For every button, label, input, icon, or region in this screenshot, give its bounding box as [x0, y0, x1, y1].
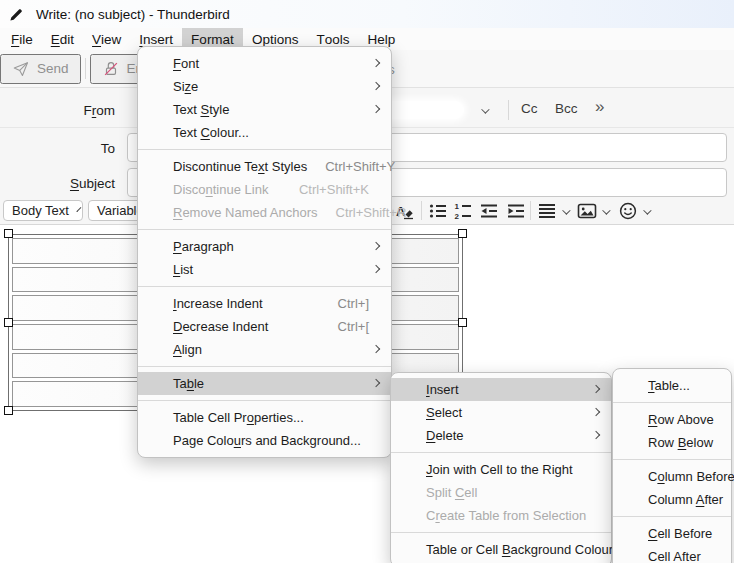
- menu-separator: [391, 452, 611, 453]
- format-menu: FontSizeText StyleText Colour...Disconti…: [137, 46, 392, 458]
- submenu-arrow-icon: [372, 345, 380, 353]
- menu-item-label: Table...: [648, 378, 690, 393]
- menu-item-insert[interactable]: Insert: [391, 378, 611, 401]
- menubar-item-file[interactable]: File: [2, 28, 42, 50]
- menu-item-table[interactable]: Table...: [613, 374, 731, 397]
- menu-item-list[interactable]: List: [138, 258, 391, 281]
- menu-item-align[interactable]: Align: [138, 338, 391, 361]
- table-resize-handle-top-right[interactable]: [458, 229, 467, 238]
- menu-item-discontinue-text-styles[interactable]: Discontinue Text StylesCtrl+Shift+Y: [138, 155, 391, 178]
- numbered-list-icon: 1 2: [453, 201, 473, 221]
- submenu-arrow-icon: [592, 408, 600, 416]
- menu-item-increase-indent[interactable]: Increase IndentCtrl+]: [138, 292, 391, 315]
- from-dropdown-chevron-icon[interactable]: [481, 105, 489, 113]
- menu-item-text-style[interactable]: Text Style: [138, 98, 391, 121]
- menu-item-cell-after[interactable]: Cell After: [613, 545, 731, 563]
- svg-text:1: 1: [455, 202, 460, 211]
- menu-item-row-below[interactable]: Row Below: [613, 431, 731, 454]
- table-resize-handle-top-left[interactable]: [4, 229, 13, 238]
- table-submenu: InsertSelectDeleteJoin with Cell to the …: [390, 372, 612, 563]
- smiley-chevron-icon[interactable]: [643, 206, 651, 214]
- menu-item-table-or-cell-background-colour[interactable]: Table or Cell Background Colour...: [391, 538, 611, 561]
- menu-item-discontinue-link[interactable]: Discontinue LinkCtrl+Shift+K: [138, 178, 391, 201]
- menu-item-label: Table: [173, 376, 204, 391]
- menu-separator: [138, 400, 391, 401]
- menu-item-label: Insert: [426, 382, 459, 397]
- subject-label: Subject: [0, 176, 115, 191]
- menu-item-decrease-indent[interactable]: Decrease IndentCtrl+[: [138, 315, 391, 338]
- submenu-arrow-icon: [372, 265, 380, 273]
- menu-item-label: Size: [173, 79, 198, 94]
- menu-item-label: Row Above: [648, 412, 714, 427]
- submenu-arrow-icon: [372, 59, 380, 67]
- align-chevron-icon[interactable]: [562, 206, 570, 214]
- menu-item-label: Discontinue Text Styles: [173, 159, 307, 174]
- align-button[interactable]: [536, 200, 558, 222]
- menu-item-label: Decrease Indent: [173, 319, 268, 334]
- table-resize-handle-middle-right[interactable]: [458, 318, 467, 327]
- format-separator: [421, 201, 422, 220]
- menu-item-label: Align: [173, 342, 202, 357]
- menubar-item-view[interactable]: View: [83, 28, 130, 50]
- table-resize-handle-middle-left[interactable]: [4, 318, 13, 327]
- menu-item-label: Cell Before: [648, 526, 712, 541]
- titlebar: Write: (no subject) - Thunderbird: [0, 0, 734, 28]
- menu-item-select[interactable]: Select: [391, 401, 611, 424]
- menu-separator: [613, 516, 731, 517]
- menu-item-join-with-cell-to-the-right[interactable]: Join with Cell to the Right: [391, 458, 611, 481]
- menu-item-text-colour[interactable]: Text Colour...: [138, 121, 391, 144]
- outdent-icon: [479, 201, 499, 221]
- menu-item-font[interactable]: Font: [138, 52, 391, 75]
- menu-item-split-cell[interactable]: Split Cell: [391, 481, 611, 504]
- menu-item-label: Delete: [426, 428, 464, 443]
- menu-item-shortcut: Ctrl+]: [320, 296, 369, 311]
- menu-item-label: Font: [173, 56, 199, 71]
- menu-separator: [391, 532, 611, 533]
- more-recipients-button[interactable]: »: [595, 97, 604, 117]
- menu-item-delete[interactable]: Delete: [391, 424, 611, 447]
- menu-item-column-after[interactable]: Column After: [613, 488, 731, 511]
- menu-item-cell-before[interactable]: Cell Before: [613, 522, 731, 545]
- image-chevron-icon[interactable]: [602, 206, 610, 214]
- menu-item-page-colours-and-background[interactable]: Page Colours and Background...: [138, 429, 391, 452]
- menu-item-label: Text Style: [173, 102, 229, 117]
- menu-item-shortcut: Ctrl+Shift+R: [318, 205, 407, 220]
- menu-item-table-cell-properties[interactable]: Table Cell Properties...: [138, 406, 391, 429]
- send-label: Send: [37, 61, 69, 76]
- menu-item-paragraph[interactable]: Paragraph: [138, 235, 391, 258]
- indent-button[interactable]: [505, 200, 527, 222]
- menu-separator: [138, 229, 391, 230]
- smiley-icon: [618, 201, 638, 221]
- align-icon: [537, 201, 557, 221]
- menu-item-label: Discontinue Link: [173, 182, 268, 197]
- menu-item-row-above[interactable]: Row Above: [613, 408, 731, 431]
- menubar-item-edit[interactable]: Edit: [42, 28, 83, 50]
- numbered-list-button[interactable]: 1 2: [452, 200, 474, 222]
- insert-image-button[interactable]: [576, 200, 598, 222]
- menu-item-size[interactable]: Size: [138, 75, 391, 98]
- menu-item-label: Join with Cell to the Right: [426, 462, 573, 477]
- bcc-button[interactable]: Bcc: [555, 101, 578, 116]
- outdent-button[interactable]: [478, 200, 500, 222]
- menu-item-label: Table or Cell Background Colour...: [426, 542, 623, 557]
- menu-item-remove-named-anchors[interactable]: Remove Named AnchorsCtrl+Shift+R: [138, 201, 391, 224]
- bullet-list-button[interactable]: [427, 200, 449, 222]
- menu-item-table[interactable]: Table: [138, 372, 391, 395]
- insert-smiley-button[interactable]: [617, 200, 639, 222]
- menu-item-shortcut: Ctrl+Shift+Y: [307, 159, 395, 174]
- chevron-down-icon: [76, 207, 81, 212]
- indent-icon: [506, 201, 526, 221]
- menu-item-label: Column Before: [648, 469, 734, 484]
- submenu-arrow-icon: [372, 82, 380, 90]
- menu-separator: [138, 149, 391, 150]
- cc-button[interactable]: Cc: [521, 101, 538, 116]
- menu-item-column-before[interactable]: Column Before: [613, 465, 731, 488]
- menu-separator: [138, 366, 391, 367]
- toolbar-separator: [85, 58, 86, 79]
- table-resize-handle-bottom-left[interactable]: [4, 406, 13, 415]
- send-button[interactable]: Send: [0, 54, 81, 84]
- menu-item-create-table-from-selection[interactable]: Create Table from Selection: [391, 504, 611, 527]
- menu-item-label: Row Below: [648, 435, 713, 450]
- paragraph-style-select[interactable]: Body Text: [3, 200, 83, 221]
- menu-item-label: Create Table from Selection: [426, 508, 586, 523]
